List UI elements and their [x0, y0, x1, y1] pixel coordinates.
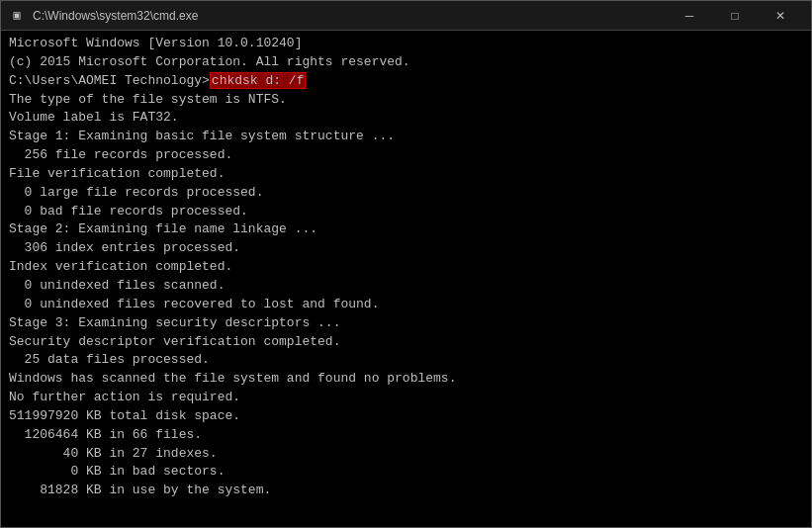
terminal-line: 306 index entries processed.	[9, 239, 803, 258]
terminal-line: 40 KB in 27 indexes.	[9, 445, 803, 464]
terminal-line: Windows has scanned the file system and …	[9, 370, 803, 389]
terminal-line: 25 data files processed.	[9, 351, 803, 370]
terminal-line: Security descriptor verification complet…	[9, 333, 803, 352]
terminal-content: Microsoft Windows [Version 10.0.10240](c…	[1, 31, 811, 527]
cmd-icon: ▣	[9, 8, 25, 24]
maximize-button[interactable]: □	[712, 1, 758, 31]
terminal-line: The type of the file system is NTFS.	[9, 91, 803, 110]
terminal-line: (c) 2015 Microsoft Corporation. All righ…	[9, 53, 803, 72]
terminal-line: Volume label is FAT32.	[9, 109, 803, 128]
terminal-line: 511997920 KB total disk space.	[9, 407, 803, 426]
terminal-line: 256 file records processed.	[9, 146, 803, 165]
terminal-line: Microsoft Windows [Version 10.0.10240]	[9, 35, 803, 53]
command-highlight: chkdsk d: /f	[210, 72, 307, 89]
terminal-line: 0 KB in bad sectors.	[9, 463, 803, 482]
terminal-line: File verification completed.	[9, 165, 803, 184]
terminal-line: 0 unindexed files recovered to lost and …	[9, 296, 803, 314]
terminal-line: 81828 KB in use by the system.	[9, 482, 803, 500]
window-controls: ─ □ ✕	[667, 1, 803, 31]
terminal-line: 0 large file records processed.	[9, 184, 803, 203]
terminal-line: 1206464 KB in 66 files.	[9, 426, 803, 445]
terminal-line: C:\Users\AOMEI Technology>chkdsk d: /f	[9, 72, 803, 91]
terminal-line: Stage 2: Examining file name linkage ...	[9, 220, 803, 239]
terminal-line: 0 unindexed files scanned.	[9, 277, 803, 296]
cmd-window: ▣ C:\Windows\system32\cmd.exe ─ □ ✕ Micr…	[0, 0, 812, 528]
title-bar: ▣ C:\Windows\system32\cmd.exe ─ □ ✕	[1, 1, 811, 31]
terminal-line: No further action is required.	[9, 389, 803, 407]
minimize-button[interactable]: ─	[667, 1, 712, 31]
terminal-line: 0 bad file records processed.	[9, 203, 803, 221]
window-title: C:\Windows\system32\cmd.exe	[33, 9, 667, 23]
terminal-line: Stage 1: Examining basic file system str…	[9, 128, 803, 146]
terminal-line: Stage 3: Examining security descriptors …	[9, 314, 803, 333]
terminal-line: Index verification completed.	[9, 258, 803, 277]
close-button[interactable]: ✕	[758, 1, 803, 31]
